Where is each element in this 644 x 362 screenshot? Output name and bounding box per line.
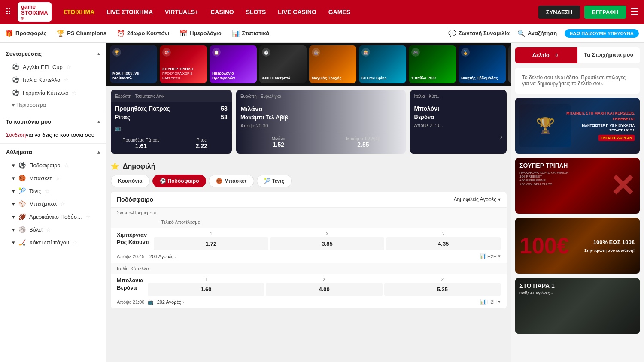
sport-fav-star[interactable]: ☆ xyxy=(60,201,65,207)
sport-chevron xyxy=(12,226,15,233)
search-icon: 🔍 xyxy=(517,30,526,37)
divider-1 xyxy=(0,113,106,113)
filter-tab-football[interactable]: ⚽Ποδόσφαιρο xyxy=(152,175,207,187)
popular-markets-toggle[interactable]: Δημοφιλείς Αγορές xyxy=(453,196,501,202)
milano-odd2[interactable]: Μακάμπι Τελ Αβίβ 2.55 xyxy=(321,132,405,152)
hibern-odd2[interactable]: 4.35 xyxy=(386,237,501,250)
register-button[interactable]: ΕΓΓΡΑΦΗ xyxy=(584,6,626,19)
hibern-h2h[interactable]: 📊 H2H xyxy=(480,253,501,259)
sec-nav-coupon-24h[interactable]: ⏰ 24ωρο Κουπόνι xyxy=(117,30,169,37)
sport-chevron xyxy=(12,214,15,220)
banner-offer-menu[interactable]: 📋 Ημερολόγιο Προσφορών xyxy=(210,45,257,83)
promo-banner-100[interactable]: 100€ 100% ΕΩΣ 100€ Στην πρώτη σου κατάθε… xyxy=(515,218,640,274)
sport-item-beizbol[interactable]: ⚾Μπέιζμπολ☆ xyxy=(0,197,106,210)
hibern-markets[interactable]: 203 Αγορές xyxy=(149,254,173,259)
hibern-teams: Χιμπέρνιαν Ρος Κάουντι xyxy=(117,232,149,245)
athletics-chevron xyxy=(97,149,100,155)
coupons-header[interactable]: Τα κουπόνια μου xyxy=(0,115,106,128)
sport-fav-star[interactable]: ☆ xyxy=(85,214,91,220)
sport-item-football[interactable]: ⚽Ποδόσφαιρο☆ xyxy=(0,159,106,172)
hibern-oddX[interactable]: 3.85 xyxy=(270,237,385,250)
betslip-mybets-tab[interactable]: Τα Στοιχήματά μου xyxy=(577,47,640,63)
banner-metric-count[interactable]: ⏱️ 3.000€ Μετρητά xyxy=(259,45,307,83)
sport-item-american-football[interactable]: 🏈Αμερικάνικο Ποδόσ...☆ xyxy=(0,210,106,223)
bologna-odd1[interactable]: 1.60 xyxy=(148,283,264,296)
login-button[interactable]: ΣΥΝΔΕΣΗ xyxy=(538,6,580,19)
hamburger-icon[interactable]: ☰ xyxy=(630,6,639,18)
banner-ps-champ[interactable]: 🏆 Μαν. Γιουν. vs Νιούκαστλ xyxy=(110,45,157,83)
coupon-section: Σύνδεσηγια να δεις τα κουπόνια σου xyxy=(0,128,106,142)
sec-nav-stats[interactable]: 📊 Στατιστικά xyxy=(232,30,270,37)
sport-item-ice-hockey[interactable]: 🏒Χόκεϊ επί πάγου☆ xyxy=(0,236,106,249)
sec-nav-offers[interactable]: 🎁 Προσφορές xyxy=(5,30,46,37)
sec-nav-live-chat[interactable]: 💬 Ζωντανή Συνομιλία xyxy=(448,30,510,37)
sec-nav-search[interactable]: 🔍 Αναζήτηση xyxy=(517,30,557,37)
coupons-label: Τα κουπόνια μου xyxy=(6,118,51,125)
sec-nav-ps-champions[interactable]: 🏆 PS Champions xyxy=(57,30,106,37)
sport-item-tennis[interactable]: 🎾Τένις☆ xyxy=(0,184,106,197)
favorite-star[interactable]: ☆ xyxy=(72,90,77,96)
next-match-arrow[interactable]: › xyxy=(500,133,502,140)
bologna-time: Απόψε 21:00 xyxy=(117,299,144,305)
sec-nav-calendar[interactable]: 📅 Ημερολόγιο xyxy=(179,30,221,37)
banner-pragmatic[interactable]: 💎 Pragmatic Buy Bonus xyxy=(508,45,511,83)
sport-chevron xyxy=(12,175,15,181)
hibern-odd1[interactable]: 1.72 xyxy=(154,237,268,250)
responsible-gambling-button[interactable]: ΕΔΩ ΠΑΙΖΟΥΜΕ ΥΠΕΥΘΥΝΑ xyxy=(565,29,639,38)
h2h-chevron xyxy=(498,253,501,259)
logo[interactable]: gameSTOIXIMA gr xyxy=(18,2,52,22)
sport-fav-star[interactable]: ☆ xyxy=(55,175,61,181)
nav-link-live-casino[interactable]: LIVE CASINO xyxy=(278,9,316,15)
shortcut-italy-cup[interactable]: ⚽Ιταλία Κύπελλο☆ xyxy=(0,73,106,86)
bologna-odd2[interactable]: 5.25 xyxy=(384,283,501,296)
filter-tab-coupons[interactable]: Κουπόνια xyxy=(111,175,150,187)
bologna-team2: Βερόνα xyxy=(117,284,143,291)
nav-link-live-stoixima[interactable]: LIVE ΣΤΟΙΧΗΜΑ xyxy=(106,9,153,15)
coupon-login-link[interactable]: Σύνδεση xyxy=(6,132,26,138)
sport-item-volleyball[interactable]: 🏐Βόλεϊ☆ xyxy=(0,223,106,236)
banner-magic-wheel[interactable]: 🎡 Μαγικός Τροχός xyxy=(309,45,356,83)
bologna-markets[interactable]: 202 Αγορές xyxy=(157,299,181,305)
banner-free-spins[interactable]: 🎰 60 Free Spins xyxy=(359,45,406,83)
top-navigation: ⠿ gameSTOIXIMA gr ΣΤΟΙΧΗΜΑLIVE ΣΤΟΙΧΗΜΑV… xyxy=(0,0,644,24)
promo-banner-ps-champions[interactable]: 🏆 ΜΠΑΙΝΕΙΣ ΣΤΗ ΜΑΧΗ ΚΑΙ ΚΕΡΔΙΖΕΙΣ FREEBE… xyxy=(515,98,640,154)
sport-item-basketball[interactable]: 🏀Μπάσκετ☆ xyxy=(0,172,106,184)
more-button[interactable]: Περισσότερα xyxy=(0,99,106,111)
hibern-markets-arrow[interactable]: › xyxy=(175,254,177,259)
athletics-header[interactable]: Αθλήματα xyxy=(0,145,106,159)
shortcut-germany-cup[interactable]: ⚽Γερμανία Κύπελλο☆ xyxy=(0,86,106,99)
bologna-header-2: 2 xyxy=(384,277,501,282)
nav-link-casino[interactable]: CASINO xyxy=(210,9,234,15)
sport-fav-star[interactable]: ☆ xyxy=(73,239,78,246)
sport-fav-star[interactable]: ☆ xyxy=(45,188,50,194)
favorite-star[interactable]: ☆ xyxy=(66,64,71,70)
banner-winner-week[interactable]: 🏅 Νικητής Εβδομάδας xyxy=(459,45,506,83)
banner-ps-battles[interactable]: 🎮 Έπαθλο PS5! xyxy=(409,45,456,83)
sport-chevron xyxy=(12,201,15,207)
popular-section: ⭐ Δημοφιλή Κουπόνια⚽Ποδόσφαιρο🏀Μπάσκετ🎾Τ… xyxy=(106,158,511,317)
shortcuts-header[interactable]: Συντομεύσεις xyxy=(0,47,106,60)
betslip-delta-tab[interactable]: Δελτίο 0 xyxy=(515,47,577,63)
bologna-oddX[interactable]: 4.00 xyxy=(266,283,382,296)
shortcut-england-efl[interactable]: ⚽Αγγλία EFL Cup☆ xyxy=(0,60,106,73)
promo-banner-super-tripla[interactable]: ✕ ΣΟΥΠΕΡ ΤΡΙΠΛΗ ΠΡΟΣΦΟΡΑ ΧΩΡΙΣ ΚΑΤΑΘΕΣΗ … xyxy=(515,158,640,214)
promo1-cta[interactable]: ΕΝΤΑΣΣΕ ΔΩΡΕΑΝ xyxy=(598,134,635,141)
nav-link-virtuals[interactable]: VIRTUALS+ xyxy=(165,9,198,15)
sport-table-header: Ποδόσφαιρο Δημοφιλείς Αγορές xyxy=(111,192,507,208)
sport-fav-star[interactable]: ☆ xyxy=(46,226,51,233)
bologna-markets-arrow[interactable]: › xyxy=(182,299,184,305)
bologna-h2h[interactable]: 📊 H2H xyxy=(480,299,501,305)
milano-odd1[interactable]: Μιλάνο 1.52 xyxy=(236,132,321,152)
nav-link-games[interactable]: GAMES xyxy=(328,9,350,15)
sport-fav-star[interactable]: ☆ xyxy=(64,162,69,169)
grid-icon[interactable]: ⠿ xyxy=(5,7,12,17)
filter-tab-tennis[interactable]: 🎾Τένις xyxy=(257,175,292,187)
filter-tab-basketball[interactable]: 🏀Μπάσκετ xyxy=(209,175,254,187)
favorite-star[interactable]: ☆ xyxy=(64,77,69,83)
nav-link-stoixima[interactable]: ΣΤΟΙΧΗΜΑ xyxy=(64,9,95,15)
nav-link-slots[interactable]: SLOTS xyxy=(246,9,266,15)
live-odd1[interactable]: Προμηθέας Πάτρας 1.61 xyxy=(111,133,171,154)
promo-banner-para1[interactable]: ΣΤΟ ΠΑΡΑ 1 Παίξε 4+ αγώνες... xyxy=(515,278,640,334)
live-odd2[interactable]: Ρίτας 2.22 xyxy=(171,133,232,154)
banner-super-trip[interactable]: 🎯 ΣΟΥΠΕΡ ΤΡΙΠΛΗΠΡΟΣΦΟΡΑ ΧΩΡΙΣ ΚΑΤΑΘΕΣΗ xyxy=(160,45,207,83)
